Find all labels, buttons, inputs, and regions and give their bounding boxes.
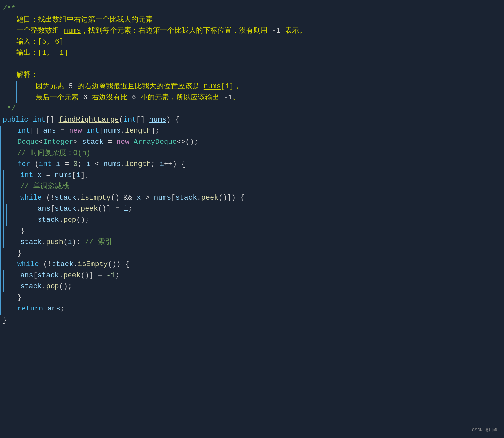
line-x-decl: int x = nums [ i ]; <box>6 170 504 181</box>
line-time-comment: // 时间复杂度：O(n) <box>0 148 504 159</box>
comment-explain-1: 因为元素 5 的右边离我最近且比我大的位置应该是 nums[1]， <box>19 81 504 92</box>
method-signature: public int [] findRightLarge ( int [] nu… <box>0 114 504 126</box>
while-inner-block: ans [ stack . peek ()] = i ; stack . pop <box>6 204 504 226</box>
bar-for-outer <box>0 170 1 248</box>
comment-bar-block: 因为元素 5 的右边离我最近且比我大的位置应该是 nums[1]， 最后一个元素… <box>0 81 504 103</box>
line-ans-assign: ans [ stack . peek ()] = i ; <box>9 204 504 215</box>
while-outer-block: ans [ stack . peek ()] = -1 ; stack . po… <box>0 270 504 292</box>
comment-explain-header: 解释： <box>0 70 504 81</box>
bar-for-inner <box>3 170 4 248</box>
comment-explain-2: 最后一个元素 6 右边没有比 6 小的元素，所以应该输出 -1。 <box>19 92 504 103</box>
for-close-line: } <box>0 248 504 259</box>
bar-while-outer-inner <box>3 270 4 292</box>
comment-close: */ <box>0 103 504 114</box>
comment-line-4: 输出：[1, -1] <box>0 48 504 59</box>
comment-line-1: 题目：找出数组中右边第一个比我大的元素 <box>0 14 504 25</box>
bar-for-close <box>0 248 1 259</box>
bar-1 <box>0 126 1 137</box>
watermark-text: CSDN @川峰 <box>472 427 497 434</box>
line-stack-push: stack . push ( i ); // 索引 <box>6 237 504 248</box>
indent-bar-1 <box>16 81 17 103</box>
comment-line-2: 一个整数数组 nums，找到每个元素：右边第一个比我大的下标位置，没有则用 -1… <box>0 25 504 37</box>
line-return: return ans ; <box>0 303 504 314</box>
for-block: int x = nums [ i ]; // 单调递减栈 while (! st… <box>0 170 504 248</box>
line-while-inner: while (! stack . isEmpty () && x > nums … <box>6 192 504 204</box>
line-while-outer: while (! stack . isEmpty ()) { <box>0 259 504 270</box>
bar-while-outer <box>0 259 1 270</box>
line-while-close: } <box>6 226 504 237</box>
line-for: for ( int i = 0 ; i < nums . length ; i … <box>0 159 504 170</box>
line-stack-pop-outer: stack . pop (); <box>6 281 504 292</box>
code-editor: /** 题目：找出数组中右边第一个比我大的元素 一个整数数组 nums，找到每个… <box>0 0 504 329</box>
empty-1 <box>0 59 504 70</box>
line-ans-decl: int [] ans = new int [ nums . length ]; <box>0 126 504 137</box>
comment-open: /** <box>0 3 504 14</box>
line-deque-decl: Deque < Integer > stack = new ArrayDeque… <box>0 137 504 148</box>
line-ans-neg1: ans [ stack . peek ()] = -1 ; <box>6 270 504 281</box>
method-close: } <box>0 315 504 326</box>
line-mono-comment: // 单调递减栈 <box>6 181 504 192</box>
while-outer-close: } <box>0 292 504 303</box>
bar-3 <box>0 148 1 159</box>
bar-2 <box>0 137 1 148</box>
line-stack-pop-inner: stack . pop (); <box>9 215 504 226</box>
bar-return <box>0 303 1 314</box>
bar-while-inner <box>6 204 7 226</box>
bar-while-close <box>0 292 1 303</box>
bar-while-outer-content <box>0 270 1 292</box>
comment-line-3: 输入：[5, 6] <box>0 37 504 48</box>
bar-4 <box>0 159 1 170</box>
